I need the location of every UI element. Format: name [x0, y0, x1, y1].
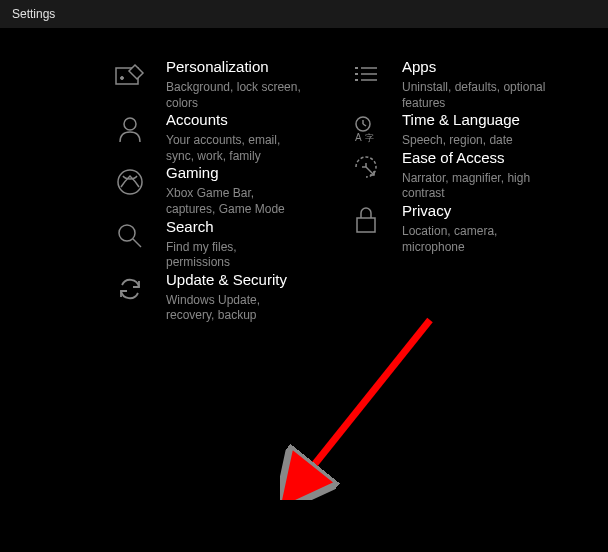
tile-ease-of-access[interactable]: Ease of Access Narrator, magnifier, high… — [350, 149, 608, 202]
accounts-icon — [114, 113, 146, 145]
svg-line-17 — [366, 167, 374, 175]
window-title: Settings — [12, 7, 55, 21]
svg-point-1 — [121, 77, 124, 80]
tile-title: Privacy — [402, 202, 562, 220]
tile-apps[interactable]: Apps Uninstall, defaults, optional featu… — [350, 58, 608, 111]
tile-title: Time & Language — [402, 111, 520, 129]
tile-title: Accounts — [166, 111, 304, 129]
update-security-icon — [114, 273, 146, 305]
personalization-icon — [114, 60, 146, 92]
ease-of-access-icon — [350, 151, 382, 183]
tile-gaming[interactable]: Gaming Xbox Game Bar, captures, Game Mod… — [114, 164, 304, 217]
annotation-arrow — [280, 310, 440, 500]
tile-desc: Xbox Game Bar, captures, Game Mode — [166, 186, 304, 217]
svg-line-5 — [133, 239, 141, 247]
tile-title: Ease of Access — [402, 149, 562, 167]
svg-text:字: 字 — [365, 133, 374, 143]
svg-rect-18 — [357, 218, 375, 232]
tile-update-security[interactable]: Update & Security Windows Update, recove… — [114, 271, 304, 324]
tile-desc: Find my files, permissions — [166, 240, 304, 271]
search-icon — [114, 220, 146, 252]
tile-search[interactable]: Search Find my files, permissions — [114, 218, 304, 271]
tile-privacy[interactable]: Privacy Location, camera, microphone — [350, 202, 608, 255]
tile-title: Search — [166, 218, 304, 236]
tile-desc: Location, camera, microphone — [402, 224, 562, 255]
svg-point-3 — [118, 170, 142, 194]
apps-icon — [350, 60, 382, 92]
window-titlebar: Settings — [0, 0, 608, 28]
svg-point-2 — [124, 118, 136, 130]
tile-title: Update & Security — [166, 271, 304, 289]
tile-title: Personalization — [166, 58, 304, 76]
tile-time-language[interactable]: A 字 Time & Language Speech, region, date — [350, 111, 608, 149]
gaming-icon — [114, 166, 146, 198]
tile-desc: Windows Update, recovery, backup — [166, 293, 304, 324]
settings-grid: Personalization Background, lock screen,… — [0, 28, 608, 324]
svg-text:A: A — [355, 132, 362, 143]
privacy-icon — [350, 204, 382, 236]
tile-desc: Your accounts, email, sync, work, family — [166, 133, 304, 164]
tile-desc: Speech, region, date — [402, 133, 520, 149]
tile-title: Apps — [402, 58, 562, 76]
time-language-icon: A 字 — [350, 113, 382, 145]
tile-title: Gaming — [166, 164, 304, 182]
tile-accounts[interactable]: Accounts Your accounts, email, sync, wor… — [114, 111, 304, 164]
svg-point-4 — [119, 225, 135, 241]
tile-personalization[interactable]: Personalization Background, lock screen,… — [114, 58, 304, 111]
tile-desc: Background, lock screen, colors — [166, 80, 304, 111]
svg-line-14 — [363, 124, 366, 126]
svg-line-20 — [302, 320, 430, 480]
tile-desc: Uninstall, defaults, optional features — [402, 80, 562, 111]
tile-desc: Narrator, magnifier, high contrast — [402, 171, 562, 202]
